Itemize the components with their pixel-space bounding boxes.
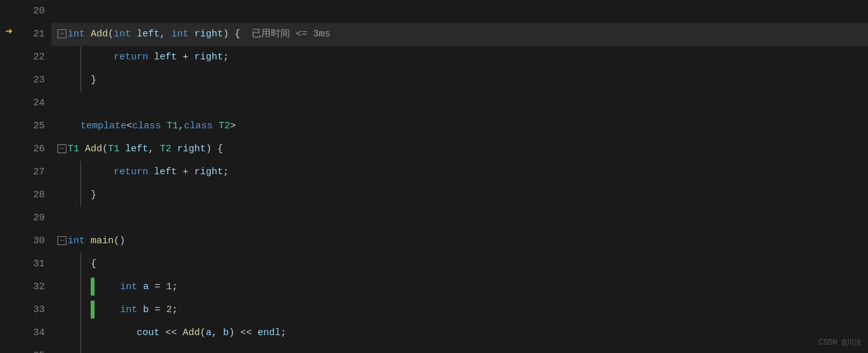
code-line-23: }	[51, 69, 868, 92]
code-line-33: int b = 2;	[51, 299, 868, 322]
line-num-31: 31	[18, 253, 45, 276]
line-num-20: 20	[18, 0, 45, 23]
code-line-31: {	[51, 253, 868, 276]
line-num-24: 24	[18, 92, 45, 115]
line-num-21: 21	[18, 23, 45, 46]
fold-marker-30[interactable]: −	[57, 236, 66, 245]
code-line-27: return left + right;	[51, 161, 868, 184]
code-content: −int Add(int left, int right) { 已用时间 <= …	[51, 0, 868, 353]
line-num-34: 34	[18, 322, 45, 345]
watermark: CSDN @川汝	[819, 337, 862, 348]
line-num-25: 25	[18, 115, 45, 138]
code-line-25: template<class T1,class T2>	[51, 115, 868, 138]
code-line-30: −int main()	[51, 230, 868, 253]
line-num-26: 26	[18, 138, 45, 161]
code-line-24	[51, 92, 868, 115]
line-num-30: 30	[18, 230, 45, 253]
fold-marker-21[interactable]: −	[57, 29, 66, 38]
line-num-33: 33	[18, 299, 45, 322]
line-num-27: 27	[18, 161, 45, 184]
line-num-32: 32	[18, 276, 45, 299]
green-bar-33	[91, 301, 95, 319]
code-line-20	[51, 0, 868, 23]
code-line-29	[51, 207, 868, 230]
line-num-29: 29	[18, 207, 45, 230]
current-line-arrow: ➜	[0, 21, 18, 42]
code-editor: ➜ 20 21 22 23 24 25 26 27 28 29 30 31 32…	[0, 0, 868, 353]
line-num-22: 22	[18, 46, 45, 69]
code-line-32: int a = 1;	[51, 276, 868, 299]
line-num-23: 23	[18, 69, 45, 92]
code-line-28: }	[51, 184, 868, 207]
line-numbers: 20 21 22 23 24 25 26 27 28 29 30 31 32 3…	[18, 0, 51, 353]
left-gutter: ➜	[0, 0, 18, 353]
code-line-35	[51, 345, 868, 353]
line-num-35: 35	[18, 345, 45, 353]
line-num-28: 28	[18, 184, 45, 207]
fold-marker-26[interactable]: −	[57, 144, 66, 153]
code-line-34: cout << Add(a, b) << endl;	[51, 322, 868, 345]
code-line-22: return left + right;	[51, 46, 868, 69]
code-line-26: −T1 Add(T1 left, T2 right) {	[51, 138, 868, 161]
code-line-21: −int Add(int left, int right) { 已用时间 <= …	[51, 23, 868, 46]
green-bar-32	[91, 278, 95, 296]
